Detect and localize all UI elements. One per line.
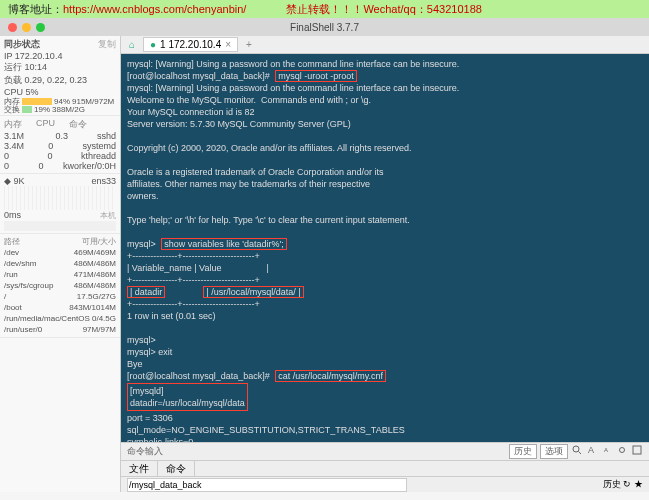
- maximize-icon[interactable]: [36, 23, 45, 32]
- bookmark-icon[interactable]: ★: [634, 479, 643, 489]
- zoom-in-icon[interactable]: A: [586, 444, 598, 456]
- search-icon[interactable]: [571, 444, 583, 456]
- options-button[interactable]: 选项: [540, 444, 568, 459]
- sidebar: 同步状态复制 IP 172.20.10.4 运行 10:14 负载 0.29, …: [0, 36, 121, 492]
- tab-commands[interactable]: 命令: [158, 461, 195, 477]
- svg-line-1: [579, 452, 582, 455]
- command-footer: 命令输入 历史 选项 A A: [121, 442, 649, 460]
- svg-point-0: [573, 446, 579, 452]
- window-title: FinalShell 3.7.7: [290, 22, 359, 33]
- history-button[interactable]: 历史: [509, 444, 537, 459]
- minimize-icon[interactable]: [22, 23, 31, 32]
- command-input-label[interactable]: 命令输入: [127, 445, 163, 458]
- refresh-icon[interactable]: ↻: [623, 479, 631, 489]
- path-input[interactable]: [127, 478, 407, 492]
- close-icon[interactable]: [8, 23, 17, 32]
- blog-url: https://www.cnblogs.com/chenyanbin/: [63, 3, 246, 15]
- svg-point-4: [620, 448, 625, 453]
- svg-rect-5: [633, 446, 641, 454]
- tab-session[interactable]: ●1 172.20.10.4×: [143, 37, 238, 52]
- network-graph: [4, 186, 116, 210]
- no-copy-text: 禁止转载！！！Wechat/qq：543210188: [286, 2, 481, 17]
- zoom-out-icon[interactable]: A: [601, 444, 613, 456]
- window-titlebar: FinalShell 3.7.7: [0, 18, 649, 36]
- svg-text:A: A: [588, 445, 594, 455]
- path-history-button[interactable]: 历史: [603, 479, 621, 489]
- file-panel-tabs: 文件 命令: [121, 460, 649, 476]
- blog-banner: 博客地址：https://www.cnblogs.com/chenyanbin/…: [0, 0, 649, 18]
- tab-files[interactable]: 文件: [121, 461, 158, 477]
- home-icon[interactable]: ⌂: [125, 38, 139, 52]
- close-tab-icon[interactable]: ×: [225, 39, 231, 50]
- fullscreen-icon[interactable]: [631, 444, 643, 456]
- add-tab-icon[interactable]: +: [242, 39, 256, 50]
- tab-bar: ⌂ ●1 172.20.10.4× +: [121, 36, 649, 54]
- pin-icon[interactable]: [616, 444, 628, 456]
- svg-text:A: A: [604, 447, 608, 453]
- terminal[interactable]: mysql: [Warning] Using a password on the…: [121, 54, 649, 442]
